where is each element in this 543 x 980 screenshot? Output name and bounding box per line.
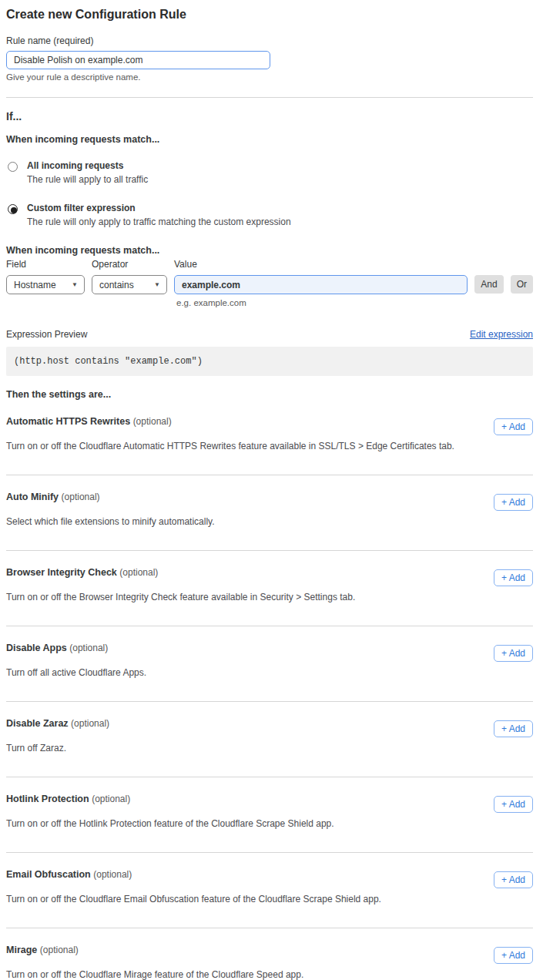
rule-name-group: Rule name (required) Give your rule a de…	[6, 35, 533, 82]
value-helper: e.g. example.com	[176, 298, 533, 307]
add-button[interactable]: + Add	[494, 645, 533, 662]
optional-label: (optional)	[133, 416, 172, 427]
operator-label: Operator	[92, 259, 167, 270]
then-settings-heading: Then the settings are...	[6, 389, 533, 400]
if-heading: If...	[6, 110, 533, 123]
setting-title: Email Obfuscation (optional)	[6, 869, 132, 880]
operator-select-value: contains	[99, 280, 134, 290]
operator-select[interactable]: contains ▼	[92, 275, 167, 294]
add-button[interactable]: + Add	[494, 796, 533, 813]
add-button[interactable]: + Add	[494, 871, 533, 888]
setting-row-hotlink-protection: Hotlink Protection (optional) + Add Turn…	[6, 777, 533, 853]
setting-title: Mirage (optional)	[6, 945, 79, 955]
field-select[interactable]: Hostname ▼	[6, 275, 85, 294]
expression-builder-row: Field Hostname ▼ Operator contains ▼ Val…	[6, 259, 533, 294]
field-select-value: Hostname	[14, 280, 56, 290]
radio-selected-icon[interactable]	[8, 204, 18, 214]
optional-label: (optional)	[92, 794, 130, 804]
rule-name-helper: Give your rule a descriptive name.	[6, 72, 533, 82]
radio-all-incoming-requests[interactable]: All incoming requests The rule will appl…	[6, 160, 533, 185]
setting-description: Turn off all active Cloudflare Apps.	[6, 667, 533, 701]
setting-description: Turn on or off the Cloudflare Mirage fea…	[6, 969, 533, 980]
expression-builder-label: When incoming requests match...	[6, 245, 533, 256]
setting-description: Turn on or off the Cloudflare Automatic …	[6, 441, 533, 475]
radio-custom-filter-expression[interactable]: Custom filter expression The rule will o…	[6, 203, 533, 227]
edit-expression-link[interactable]: Edit expression	[470, 329, 533, 340]
setting-row-disable-zaraz: Disable Zaraz (optional) + Add Turn off …	[6, 702, 533, 777]
setting-description: Turn on or off the Browser Integrity Che…	[6, 592, 533, 626]
setting-title: Automatic HTTPS Rewrites (optional)	[6, 416, 172, 427]
settings-list: Automatic HTTPS Rewrites (optional) + Ad…	[6, 400, 533, 980]
rule-name-label: Rule name (required)	[6, 35, 533, 46]
value-label: Value	[174, 259, 468, 270]
setting-title: Hotlink Protection (optional)	[6, 794, 130, 804]
add-button[interactable]: + Add	[494, 418, 533, 435]
setting-row-automatic-https-rewrites: Automatic HTTPS Rewrites (optional) + Ad…	[6, 400, 533, 475]
divider	[6, 97, 533, 98]
setting-row-mirage: Mirage (optional) + Add Turn on or off t…	[6, 928, 533, 980]
chevron-down-icon: ▼	[154, 281, 160, 288]
radio-unselected-icon[interactable]	[8, 162, 18, 172]
setting-row-email-obfuscation: Email Obfuscation (optional) + Add Turn …	[6, 853, 533, 928]
setting-title: Disable Apps (optional)	[6, 643, 108, 653]
expression-preview-label: Expression Preview	[6, 329, 87, 340]
setting-title: Browser Integrity Check (optional)	[6, 567, 158, 578]
setting-row-browser-integrity-check: Browser Integrity Check (optional) + Add…	[6, 551, 533, 626]
add-button[interactable]: + Add	[494, 494, 533, 511]
incoming-match-label: When incoming requests match...	[6, 134, 533, 145]
optional-label: (optional)	[93, 869, 132, 880]
page-title: Create new Configuration Rule	[6, 8, 533, 22]
expression-preview-code: (http.host contains "example.com")	[6, 347, 533, 376]
radio-description: The rule will apply to all traffic	[27, 174, 148, 185]
radio-label: Custom filter expression	[27, 203, 291, 214]
add-button[interactable]: + Add	[494, 569, 533, 586]
setting-row-disable-apps: Disable Apps (optional) + Add Turn off a…	[6, 626, 533, 702]
add-button[interactable]: + Add	[494, 720, 533, 737]
radio-label: All incoming requests	[27, 160, 148, 172]
optional-label: (optional)	[71, 718, 109, 729]
setting-row-auto-minify: Auto Minify (optional) + Add Select whic…	[6, 475, 533, 551]
field-label: Field	[6, 259, 85, 270]
setting-title: Auto Minify (optional)	[6, 492, 100, 502]
add-button[interactable]: + Add	[494, 947, 533, 964]
setting-description: Select which file extensions to minify a…	[6, 516, 533, 550]
or-button[interactable]: Or	[511, 275, 533, 294]
radio-description: The rule will only apply to traffic matc…	[27, 216, 291, 227]
setting-description: Turn on or off the Hotlink Protection fe…	[6, 818, 533, 852]
value-input[interactable]	[174, 275, 468, 294]
setting-description: Turn off Zaraz.	[6, 743, 533, 777]
optional-label: (optional)	[119, 567, 158, 578]
optional-label: (optional)	[69, 643, 108, 653]
chevron-down-icon: ▼	[72, 281, 78, 288]
optional-label: (optional)	[62, 492, 100, 502]
and-button[interactable]: And	[474, 275, 503, 294]
setting-title: Disable Zaraz (optional)	[6, 718, 109, 729]
optional-label: (optional)	[40, 945, 79, 955]
rule-name-input[interactable]	[6, 51, 270, 69]
setting-description: Turn on or off the Cloudflare Email Obfu…	[6, 894, 533, 928]
